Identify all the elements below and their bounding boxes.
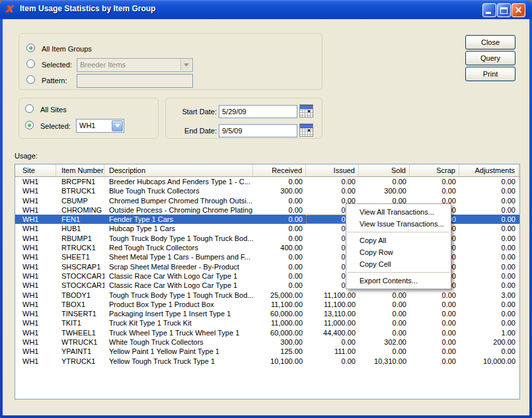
table-cell[interactable]: 0.00 bbox=[459, 196, 519, 205]
table-cell[interactable]: Chromed Bumper Chromed Through Outsi... bbox=[104, 196, 253, 205]
start-date-input[interactable] bbox=[219, 105, 297, 118]
table-cell[interactable]: 111.00 bbox=[306, 347, 359, 356]
table-cell[interactable]: 0.00 bbox=[253, 215, 306, 224]
print-button[interactable]: Print bbox=[465, 67, 515, 81]
usage-table-header[interactable]: SiteItem NumberDescriptionReceivedIssued… bbox=[15, 164, 519, 177]
table-cell[interactable]: 0.00 bbox=[459, 224, 519, 233]
table-cell[interactable]: Tough Truck Body Type 1 Tough Truck Bod.… bbox=[104, 291, 253, 300]
table-cell[interactable]: 0.00 bbox=[359, 291, 410, 300]
table-cell[interactable]: 0.00 bbox=[410, 291, 459, 300]
table-cell[interactable]: 0.00 bbox=[359, 318, 410, 328]
table-cell[interactable]: Yellow Tough Truck Truck Type 1 bbox=[104, 357, 253, 366]
table-cell[interactable]: 0.00 bbox=[359, 177, 410, 186]
table-cell[interactable]: WH1 bbox=[15, 205, 56, 215]
table-cell[interactable]: 200.00 bbox=[459, 337, 519, 347]
table-cell[interactable]: 0.00 bbox=[410, 357, 459, 366]
site-combobox[interactable]: WH1 bbox=[76, 119, 124, 133]
table-cell[interactable]: 0.00 bbox=[253, 196, 306, 205]
table-cell[interactable]: RBUMP1 bbox=[56, 234, 104, 243]
table-cell[interactable]: TBODY1 bbox=[56, 291, 104, 300]
table-cell[interactable]: 0.00 bbox=[359, 347, 410, 356]
table-cell[interactable]: 25,000.00 bbox=[253, 291, 306, 300]
chevron-down-icon[interactable] bbox=[112, 120, 123, 131]
table-cell[interactable]: 0.00 bbox=[253, 224, 306, 233]
close-button[interactable]: Close bbox=[465, 35, 515, 50]
table-cell[interactable]: 300.00 bbox=[359, 186, 410, 195]
table-cell[interactable]: YTRUCK1 bbox=[56, 357, 104, 366]
menu-item[interactable]: View All Transactions... bbox=[346, 206, 451, 218]
table-cell[interactable]: 0.00 bbox=[253, 262, 306, 271]
table-cell[interactable]: FEN1 bbox=[56, 215, 104, 224]
table-cell[interactable]: 11,000.00 bbox=[253, 318, 306, 328]
table-row[interactable]: WH1BRCPFN1Breeder Hubcaps And Fenders Ty… bbox=[15, 177, 519, 186]
table-cell[interactable]: SHEET1 bbox=[56, 252, 104, 261]
table-cell[interactable]: Sheet Metal Type 1 Cars - Bumpers and F.… bbox=[104, 252, 253, 261]
menu-item[interactable]: Copy Row bbox=[346, 246, 451, 258]
radio-pattern[interactable] bbox=[26, 75, 35, 84]
table-cell[interactable]: 10,100.00 bbox=[253, 357, 306, 366]
table-cell[interactable]: White Tough Truck Collectors bbox=[104, 337, 253, 347]
radio-selected-site[interactable] bbox=[25, 121, 34, 129]
table-cell[interactable]: WH1 bbox=[15, 291, 56, 300]
menu-item[interactable]: Copy All bbox=[346, 234, 451, 246]
table-cell[interactable]: WH1 bbox=[15, 186, 56, 195]
table-cell[interactable]: 0.00 bbox=[459, 243, 519, 252]
table-cell[interactable]: 0.00 bbox=[253, 252, 306, 261]
table-row[interactable]: WH1TKIT1Truck Kit Type 1 Truck Kit11,000… bbox=[15, 318, 519, 328]
table-cell[interactable]: YPAINT1 bbox=[56, 347, 104, 356]
table-cell[interactable]: 302.00 bbox=[359, 337, 410, 347]
radio-all-sites[interactable] bbox=[25, 104, 34, 113]
table-cell[interactable]: WH1 bbox=[15, 337, 56, 347]
table-cell[interactable]: 0.00 bbox=[459, 318, 519, 328]
table-cell[interactable]: 0.00 bbox=[410, 186, 459, 195]
table-cell[interactable]: 300.00 bbox=[253, 337, 306, 347]
column-header[interactable]: Adjustments bbox=[459, 164, 519, 176]
table-cell[interactable]: 0.00 bbox=[410, 337, 459, 347]
table-cell[interactable]: 125.00 bbox=[253, 347, 306, 356]
column-header[interactable]: Sold bbox=[359, 164, 410, 176]
table-cell[interactable]: 0.00 bbox=[459, 281, 519, 290]
table-cell[interactable]: Scrap Sheet Metal Breeder - By-Product bbox=[104, 262, 253, 271]
table-cell[interactable]: 0.00 bbox=[459, 347, 519, 356]
column-header[interactable]: Issued bbox=[306, 164, 359, 176]
minimize-button[interactable] bbox=[482, 3, 496, 17]
table-cell[interactable]: 60,000.00 bbox=[253, 328, 306, 337]
table-cell[interactable]: WH1 bbox=[15, 243, 56, 252]
table-cell[interactable]: 0.00 bbox=[359, 300, 410, 309]
column-header[interactable]: Scrap bbox=[410, 164, 459, 176]
table-cell[interactable]: 0.00 bbox=[359, 328, 410, 337]
titlebar[interactable]: X Item Usage Statistics by Item Group × bbox=[0, 0, 532, 19]
table-cell[interactable]: 10,000.00 bbox=[459, 357, 519, 366]
column-header[interactable]: Item Number bbox=[56, 164, 104, 176]
table-cell[interactable]: Classic Race Car With Logo Car Type 1 bbox=[104, 271, 253, 281]
table-cell[interactable]: BTRUCK1 bbox=[56, 186, 104, 195]
table-cell[interactable]: 11,100.00 bbox=[253, 300, 306, 309]
table-cell[interactable]: 0.00 bbox=[459, 271, 519, 281]
table-cell[interactable]: WH1 bbox=[15, 224, 56, 233]
table-row[interactable]: WH1TBODY1Tough Truck Body Type 1 Tough T… bbox=[15, 291, 519, 300]
table-cell[interactable]: TINSERT1 bbox=[56, 309, 104, 318]
table-cell[interactable]: 0.00 bbox=[459, 252, 519, 261]
radio-selected-group[interactable] bbox=[26, 59, 35, 68]
table-cell[interactable]: 0.00 bbox=[410, 318, 459, 328]
table-cell[interactable]: 44,400.00 bbox=[306, 328, 359, 337]
table-cell[interactable]: 0.00 bbox=[253, 271, 306, 281]
table-cell[interactable]: TBOX1 bbox=[56, 300, 104, 309]
table-cell[interactable]: Product Box Type 1 Product Box bbox=[104, 300, 253, 309]
table-row[interactable]: WH1BTRUCK1Blue Tough Truck Collectors300… bbox=[15, 186, 519, 195]
table-cell[interactable]: 1.00 bbox=[459, 328, 519, 337]
table-cell[interactable]: 0.00 bbox=[459, 262, 519, 271]
table-cell[interactable]: Tough Truck Body Type 1 Tough Truck Bod.… bbox=[104, 234, 253, 243]
table-cell[interactable]: TKIT1 bbox=[56, 318, 104, 328]
table-row[interactable]: WH1YTRUCK1Yellow Tough Truck Truck Type … bbox=[15, 357, 519, 366]
table-cell[interactable]: 60,000.00 bbox=[253, 309, 306, 318]
table-cell[interactable]: 0.00 bbox=[253, 281, 306, 290]
table-cell[interactable]: 0.00 bbox=[306, 186, 359, 195]
close-window-button[interactable]: × bbox=[512, 3, 525, 17]
table-cell[interactable]: Classic Race Car With Logo Car Type 1 bbox=[104, 281, 253, 290]
table-cell[interactable]: WH1 bbox=[15, 318, 56, 328]
table-cell[interactable]: 0.00 bbox=[410, 309, 459, 318]
table-cell[interactable]: STOCKCAR1 bbox=[56, 281, 104, 290]
table-cell[interactable]: 300.00 bbox=[253, 186, 306, 195]
table-row[interactable]: WH1TBOX1Product Box Type 1 Product Box11… bbox=[15, 300, 519, 309]
